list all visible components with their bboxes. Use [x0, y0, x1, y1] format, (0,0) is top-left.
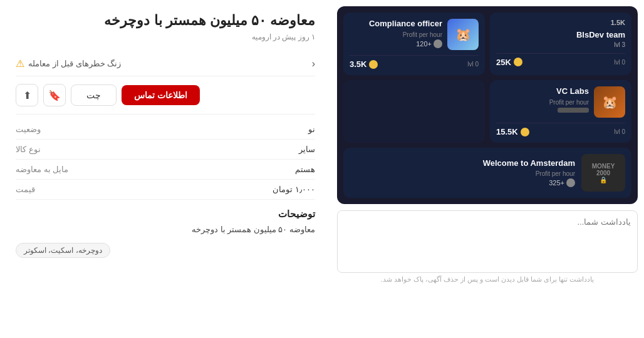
card-compliance-header: 🐹 Compliance officer Profit per hour +12… [350, 19, 479, 50]
card-amsterdam[interactable]: MONEY2000🔒 Welcome to Amsterdam Profit p… [343, 148, 631, 198]
share-button[interactable]: ⬆ [16, 84, 38, 106]
card-vc-footer: lvl 0 15.5K [496, 123, 625, 136]
card-compliance-currency: 3.5K [350, 59, 378, 69]
card-vc-level: lvl 0 [614, 128, 625, 135]
card-compliance-profit-value: +120 [350, 39, 442, 48]
card-compliance-level: lvl 0 [467, 61, 479, 68]
card-vc-profit-label: Profit per hour [496, 99, 589, 106]
gray-coin-compliance [434, 39, 442, 48]
card-bls-level: lvl 0 [614, 59, 625, 66]
info-row-price: ۱٫۰۰۰ تومان قیمت [16, 180, 315, 200]
card-vc-currency: 15.5K [496, 127, 529, 136]
gray-coin-amsterdam [566, 178, 575, 187]
right-panel: معاوضه ۵۰ میلیون همستر با دوچرخه ۱ روز پ… [0, 0, 331, 338]
price-label: قیمت [16, 185, 35, 194]
amsterdam-title: Welcome to Amsterdam [350, 158, 575, 168]
back-arrow[interactable]: ‹ [312, 58, 315, 69]
type-value: سایر [299, 145, 315, 154]
card-compliance-profit-label: Profit per hour [350, 31, 442, 38]
notes-area [337, 210, 638, 273]
chat-button[interactable]: چت [71, 84, 117, 106]
status-value: نو [308, 125, 315, 134]
compliance-currency-value: 3.5K [350, 59, 366, 69]
card-bls-dev[interactable]: 1.5K BlsDev team lvl 3 lvl 0 25K [490, 13, 631, 75]
coin-icon-bls [514, 58, 522, 66]
desc-section-title: توضیحات [16, 208, 315, 220]
card-vc-labs[interactable]: 🐹 VC Labs Profit per hour lvl 0 15.5K [490, 80, 631, 143]
price-value: ۱٫۰۰۰ تومان [273, 185, 315, 194]
detail-title: معاوضه ۵۰ میلیون همستر با دوچرخه [16, 13, 315, 29]
card-compliance-info: Compliance officer Profit per hour +120 [350, 19, 442, 48]
card-bls-footer: lvl 0 25K [496, 53, 625, 67]
amsterdam-info: Welcome to Amsterdam Profit per hour +32… [350, 158, 575, 188]
left-panel: 1.5K BlsDev team lvl 3 lvl 0 25K 🐹 [331, 0, 644, 338]
info-row-trade: هستم مایل به معاوضه [16, 160, 315, 180]
amsterdam-profit-value: +325 [350, 178, 575, 187]
amsterdam-profit-amount: +325 [549, 179, 564, 187]
trade-label: مایل به معاوضه [16, 165, 68, 174]
notes-hint: یادداشت تنها برای شما قابل دیدن است و پس… [337, 275, 638, 284]
alert-icon: ⚠ [16, 58, 24, 69]
notes-input[interactable] [339, 212, 636, 269]
info-row-status: نو وضعیت [16, 120, 315, 140]
alert-row: ‹ زنگ خطرهای قبل از معامله ⚠ [16, 51, 315, 76]
action-row: اطلاعات تماس چت 🔖 ⬆ [16, 76, 315, 115]
contact-button[interactable]: اطلاعات تماس [122, 85, 200, 105]
vc-icon: 🐹 [594, 86, 625, 118]
bls-top-value: 1.5K [611, 19, 625, 26]
card-compliance-title: Compliance officer [350, 19, 442, 29]
card-compliance-footer: lvl 0 3.5K [350, 55, 479, 69]
status-label: وضعیت [16, 125, 41, 134]
vc-currency-value: 15.5K [496, 127, 518, 136]
bookmark-button[interactable]: 🔖 [43, 84, 66, 106]
card-bls-subtitle: lvl 3 [496, 41, 625, 48]
info-row-type: سایر نوع کالا [16, 140, 315, 160]
tag-0[interactable]: دوچرخه، اسکیت، اسکوتر [16, 243, 110, 258]
card-compliance[interactable]: 🐹 Compliance officer Profit per hour +12… [343, 13, 485, 75]
alert-left: زنگ خطرهای قبل از معامله ⚠ [16, 58, 121, 69]
desc-text: معاوضه ۵۰ میلیون همستر با دوچرخه [16, 223, 315, 237]
card-bls-title: BlsDev team [496, 30, 625, 40]
vc-profit-blurred [558, 108, 589, 113]
card-vc-header: 🐹 VC Labs Profit per hour [496, 86, 625, 118]
coin-icon-vc [521, 128, 529, 136]
bls-currency-value: 25K [496, 58, 511, 67]
coin-icon-compliance [369, 60, 378, 69]
card-vc-info: VC Labs Profit per hour [496, 86, 589, 113]
detail-date: ۱ روز پیش در ارومیه [16, 33, 315, 41]
compliance-profit-amount: +120 [416, 40, 432, 48]
tags-row: دوچرخه، اسکیت، اسکوتر [16, 243, 315, 258]
alert-label: زنگ خطرهای قبل از معامله [28, 59, 121, 68]
type-label: نوع کالا [16, 145, 41, 154]
card-bls-header: BlsDev team lvl 3 [496, 30, 625, 48]
amsterdam-profit-label: Profit per hour [350, 170, 575, 177]
info-table: نو وضعیت سایر نوع کالا هستم مایل به معاو… [16, 120, 315, 200]
card-vc-title: VC Labs [496, 86, 589, 96]
amsterdam-icon: MONEY2000🔒 [581, 154, 625, 192]
cards-grid: 1.5K BlsDev team lvl 3 lvl 0 25K 🐹 [337, 6, 638, 204]
card-bls-info: BlsDev team lvl 3 [496, 30, 625, 48]
trade-value: هستم [295, 165, 315, 174]
card-bls-currency: 25K [496, 58, 522, 67]
compliance-icon: 🐹 [447, 19, 479, 50]
card-empty [343, 80, 485, 143]
